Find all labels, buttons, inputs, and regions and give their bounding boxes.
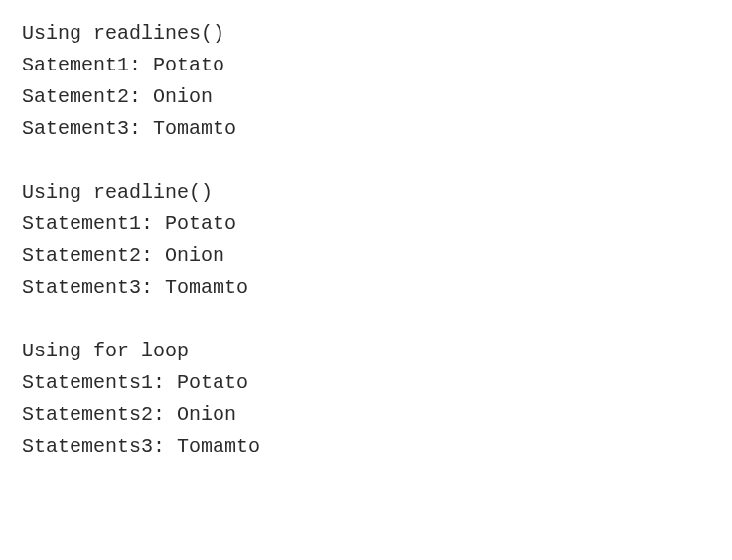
output-line: Satement3: Tomamto: [22, 113, 710, 145]
output-block-forloop: Using for loop Statements1: Potato State…: [22, 336, 710, 463]
output-line: Statement1: Potato: [22, 209, 710, 240]
output-line: Statements2: Onion: [22, 399, 710, 431]
output-block-readlines: Using readlines() Satement1: Potato Sate…: [22, 18, 710, 145]
output-line: Satement2: Onion: [22, 81, 710, 113]
output-line: Statement2: Onion: [22, 240, 710, 272]
block-header: Using readlines(): [22, 18, 710, 50]
block-header: Using readline(): [22, 177, 710, 209]
output-line: Satement1: Potato: [22, 50, 710, 81]
block-header: Using for loop: [22, 336, 710, 367]
output-block-readline: Using readline() Statement1: Potato Stat…: [22, 177, 710, 304]
output-line: Statements1: Potato: [22, 367, 710, 399]
output-line: Statement3: Tomamto: [22, 272, 710, 304]
output-line: Statements3: Tomamto: [22, 431, 710, 463]
